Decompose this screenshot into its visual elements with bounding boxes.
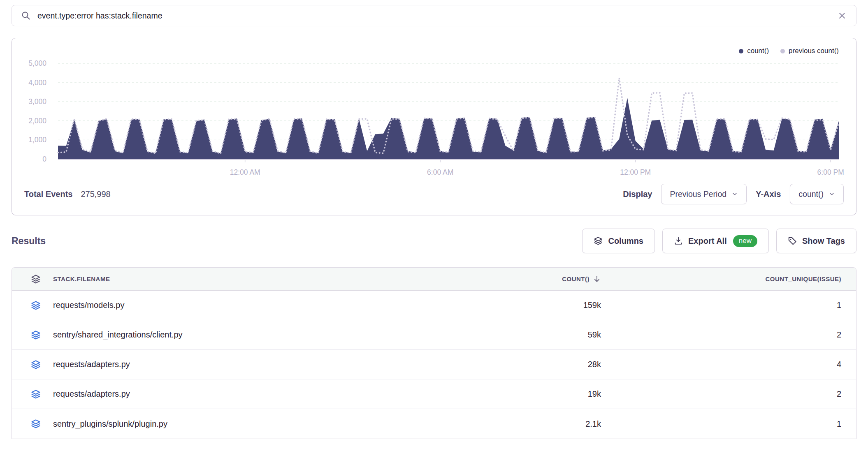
svg-text:5,000: 5,000 <box>28 59 46 67</box>
cell-count-unique: 1 <box>601 419 856 429</box>
columns-button[interactable]: Columns <box>582 229 655 253</box>
table-header-row: STACK.FILENAME COUNT() COUNT_UNIQUE(ISSU… <box>12 268 856 291</box>
results-heading: Results <box>12 236 46 247</box>
header-count[interactable]: COUNT() <box>478 275 601 283</box>
layers-icon <box>594 236 603 245</box>
search-bar <box>12 5 856 26</box>
table-row[interactable]: requests/models.py 159k 1 <box>12 291 856 320</box>
legend-item-count[interactable]: count() <box>739 47 769 55</box>
show-tags-button[interactable]: Show Tags <box>776 229 856 253</box>
svg-text:0: 0 <box>42 155 46 163</box>
header-count-label: COUNT() <box>562 275 589 282</box>
cell-stack-filename: sentry_plugins/splunk/plugin.py <box>53 419 167 429</box>
svg-text:1,000: 1,000 <box>28 136 46 144</box>
layers-icon <box>31 360 41 370</box>
svg-text:12:00 AM: 12:00 AM <box>230 168 260 176</box>
layers-icon <box>31 419 41 429</box>
cell-count-unique: 1 <box>601 300 856 310</box>
header-count-unique-issue[interactable]: COUNT_UNIQUE(ISSUE) <box>601 275 856 282</box>
cell-count-unique: 4 <box>601 360 856 369</box>
chart-legend: count() previous count() <box>12 38 856 56</box>
total-events: Total Events 275,998 <box>24 190 111 199</box>
previous-count-legend-dot <box>780 49 785 53</box>
table-row[interactable]: sentry/shared_integrations/client.py 59k… <box>12 320 856 350</box>
layers-icon <box>31 300 41 310</box>
clear-search-icon[interactable] <box>837 11 847 21</box>
svg-text:6:00 AM: 6:00 AM <box>427 168 453 176</box>
total-events-value: 275,998 <box>81 190 110 199</box>
yaxis-dropdown-value: count() <box>798 190 824 199</box>
yaxis-dropdown[interactable]: count() <box>790 184 844 204</box>
display-label: Display <box>623 190 652 199</box>
table-row[interactable]: requests/adapters.py 28k 4 <box>12 350 856 379</box>
results-table: STACK.FILENAME COUNT() COUNT_UNIQUE(ISSU… <box>12 267 856 439</box>
count-area-series <box>58 98 839 159</box>
cell-count: 19k <box>478 389 601 399</box>
cell-count-unique: 2 <box>601 330 856 340</box>
search-icon <box>21 11 31 21</box>
header-count-unique-issue-label: COUNT_UNIQUE(ISSUE) <box>765 275 841 282</box>
cell-stack-filename: sentry/shared_integrations/client.py <box>53 330 183 340</box>
events-area-chart[interactable]: 01,0002,0003,0004,0005,00012:00 AM6:00 A… <box>12 56 856 180</box>
svg-text:3,000: 3,000 <box>28 97 46 106</box>
tag-icon <box>788 236 797 245</box>
layers-icon <box>31 389 41 399</box>
events-chart-panel: count() previous count() 01,0002,0003,00… <box>12 38 856 215</box>
table-row[interactable]: sentry_plugins/splunk/plugin.py 2.1k 1 <box>12 409 856 439</box>
cell-count: 28k <box>478 360 601 369</box>
chevron-down-icon <box>829 191 835 197</box>
show-tags-button-label: Show Tags <box>802 236 845 246</box>
export-all-button-label: Export All <box>688 236 727 246</box>
table-row[interactable]: requests/adapters.py 19k 2 <box>12 379 856 409</box>
cell-count-unique: 2 <box>601 389 856 399</box>
legend-item-previous-count[interactable]: previous count() <box>780 47 839 55</box>
cell-stack-filename: requests/adapters.py <box>53 389 130 399</box>
yaxis-label: Y-Axis <box>756 190 781 199</box>
display-dropdown-value: Previous Period <box>670 190 726 199</box>
columns-button-label: Columns <box>608 236 643 246</box>
header-stack-filename-label: STACK.FILENAME <box>53 275 110 282</box>
layers-icon <box>31 274 41 284</box>
cell-count: 159k <box>478 300 601 310</box>
results-header-row: Results Columns Export All new Sho <box>12 229 856 253</box>
count-legend-dot <box>739 49 743 53</box>
cell-stack-filename: requests/adapters.py <box>53 360 130 369</box>
svg-text:2,000: 2,000 <box>28 117 46 125</box>
layers-icon <box>31 330 41 340</box>
cell-count: 59k <box>478 330 601 340</box>
cell-count: 2.1k <box>478 419 601 429</box>
download-icon <box>674 236 683 245</box>
export-all-button[interactable]: Export All new <box>662 229 769 253</box>
cell-stack-filename: requests/models.py <box>53 300 124 310</box>
svg-text:4,000: 4,000 <box>28 79 46 87</box>
previous-count-legend-label: previous count() <box>789 47 839 55</box>
x-tick-labels: 12:00 AM6:00 AM12:00 PM6:00 PM <box>230 159 844 176</box>
svg-text:6:00 PM: 6:00 PM <box>817 168 844 176</box>
chevron-down-icon <box>731 191 738 197</box>
count-legend-label: count() <box>747 47 769 55</box>
search-input[interactable] <box>37 11 831 21</box>
display-dropdown[interactable]: Previous Period <box>661 184 747 204</box>
sort-descending-icon <box>593 275 601 283</box>
new-badge: new <box>733 235 757 247</box>
svg-text:12:00 PM: 12:00 PM <box>620 168 651 176</box>
total-events-label: Total Events <box>24 190 72 199</box>
chart-footer: Total Events 275,998 Display Previous Pe… <box>12 180 856 215</box>
header-stack-filename[interactable]: STACK.FILENAME <box>12 274 478 284</box>
